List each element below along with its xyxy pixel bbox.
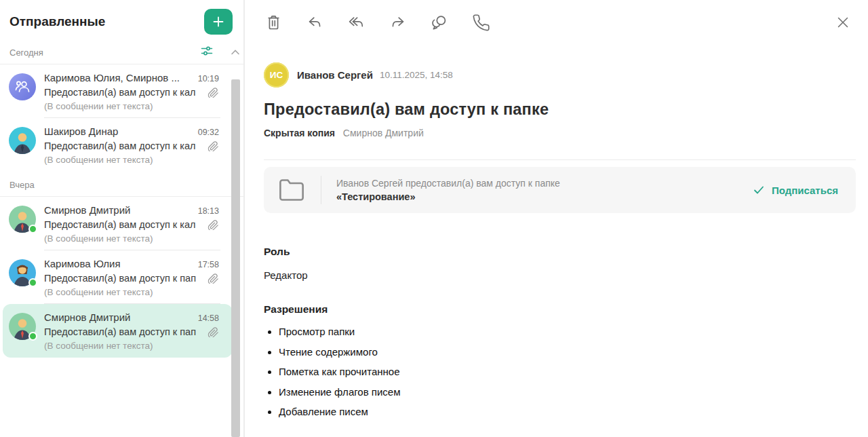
permission-item: Чтение содержимого <box>279 346 856 358</box>
delete-button[interactable] <box>264 13 283 32</box>
call-button[interactable] <box>472 13 490 32</box>
email-list: Каримова Юлия, Смирнов ... 10:19 Предост… <box>0 64 243 358</box>
attachment-icon <box>208 327 219 337</box>
sender-names: Каримова Юлия, Смирнов ... <box>44 72 193 83</box>
no-text-note: (В сообщении нет текста) <box>44 287 219 297</box>
sender-initials-avatar: ИС <box>264 62 289 88</box>
online-status-dot <box>28 278 37 287</box>
email-list-item[interactable]: Шакиров Динар 09:32 Предоставил(а) вам д… <box>3 118 233 172</box>
email-subject-snippet: Предоставил(а) вам доступ к пап <box>44 326 219 337</box>
sidebar-header: Отправленные <box>0 0 243 39</box>
section-header-today: Сегодня <box>0 39 243 64</box>
message-subject: Предоставил(а) вам доступ к папке <box>264 100 856 119</box>
email-time: 18:13 <box>198 206 219 216</box>
no-text-note: (В сообщении нет текста) <box>44 155 219 165</box>
check-icon <box>753 184 765 196</box>
notice-divider <box>321 176 321 204</box>
permission-item: Просмотр папки <box>279 326 856 337</box>
mail-app: Отправленные Сегодня <box>0 0 868 437</box>
email-list-item[interactable]: Каримова Юлия 17:58 Предоставил(а) вам д… <box>3 250 233 304</box>
reply-all-button[interactable] <box>347 13 366 32</box>
message-header: ИС Иванов Сергей 10.11.2025, 14:58 <box>264 62 856 88</box>
permission-item: Пометка как прочитанное <box>279 366 856 377</box>
no-text-note: (В сообщении нет текста) <box>44 101 219 111</box>
filter-sliders-icon <box>200 44 214 58</box>
role-value: Редактор <box>264 269 856 281</box>
subscribe-label: Подписаться <box>772 185 838 196</box>
sender-names: Смирнов Дмитрий <box>44 204 193 216</box>
avatar <box>9 259 36 286</box>
email-time: 10:19 <box>198 74 219 83</box>
no-text-note: (В сообщении нет текста) <box>44 341 219 351</box>
folder-title: Отправленные <box>9 9 105 29</box>
email-summary: Смирнов Дмитрий 14:58 Предоставил(а) вам… <box>44 311 219 351</box>
close-icon <box>835 15 850 30</box>
section-label-yesterday: Вчера <box>0 172 243 197</box>
chat-button[interactable] <box>430 13 449 32</box>
scrollbar-up-button[interactable] <box>231 49 240 56</box>
email-time: 17:58 <box>198 260 219 269</box>
forward-button[interactable] <box>389 13 407 32</box>
attachment-icon <box>208 88 219 98</box>
folder-icon <box>277 176 306 204</box>
plus-icon <box>212 15 225 28</box>
email-time: 14:58 <box>198 314 219 323</box>
email-toolbar <box>264 0 856 37</box>
email-summary: Смирнов Дмитрий 18:13 Предоставил(а) вам… <box>44 204 219 244</box>
list-scrollbar-thumb[interactable] <box>231 79 240 437</box>
section-label: Сегодня <box>9 48 43 58</box>
bcc-recipient[interactable]: Смирнов Дмитрий <box>343 128 424 138</box>
close-email-button[interactable] <box>835 15 850 30</box>
reply-all-icon <box>347 14 366 32</box>
sidebar-sent-folder: Отправленные Сегодня <box>0 0 245 437</box>
permissions-list: Просмотр папки Чтение содержимого Пометк… <box>279 326 856 417</box>
header-divider <box>264 159 856 160</box>
email-time: 09:32 <box>198 128 219 137</box>
notice-line1: Иванов Сергей предоставил(а) вам доступ … <box>336 178 560 189</box>
compose-button[interactable] <box>204 9 233 35</box>
subscribe-button[interactable]: Подписаться <box>753 184 838 196</box>
person-avatar-icon <box>9 127 36 154</box>
message-datetime: 10.11.2025, 14:58 <box>380 70 453 80</box>
email-list-item[interactable]: Смирнов Дмитрий 18:13 Предоставил(а) вам… <box>3 197 233 250</box>
attachment-icon <box>208 273 219 284</box>
sender-names: Каримова Юлия <box>44 258 193 269</box>
chevron-up-icon <box>231 49 240 56</box>
role-heading: Роль <box>264 246 856 258</box>
group-avatar-icon <box>9 73 36 100</box>
notice-text: Иванов Сергей предоставил(а) вам доступ … <box>336 178 560 202</box>
email-summary: Шакиров Динар 09:32 Предоставил(а) вам д… <box>44 126 219 165</box>
folder-share-notice: Иванов Сергей предоставил(а) вам доступ … <box>264 167 856 213</box>
avatar <box>9 73 36 100</box>
permission-item: Добавление писем <box>279 406 856 417</box>
sender-names: Шакиров Динар <box>44 126 193 137</box>
attachment-icon <box>208 141 219 151</box>
sender-name[interactable]: Иванов Сергей <box>297 69 373 81</box>
avatar <box>9 127 36 154</box>
email-list-item[interactable]: Каримова Юлия, Смирнов ... 10:19 Предост… <box>3 64 233 118</box>
trash-icon <box>264 14 283 32</box>
attachment-icon <box>208 220 219 230</box>
avatar <box>9 206 36 233</box>
reply-icon <box>306 14 324 32</box>
sender-names: Смирнов Дмитрий <box>44 311 193 323</box>
phone-icon <box>472 14 490 32</box>
email-view: ИС Иванов Сергей 10.11.2025, 14:58 Предо… <box>245 0 868 437</box>
email-subject-snippet: Предоставил(а) вам доступ к кал <box>44 219 219 230</box>
no-text-note: (В сообщении нет текста) <box>44 233 219 244</box>
online-status-dot <box>28 332 37 341</box>
bcc-label: Скрытая копия <box>264 128 335 138</box>
email-list-item-selected[interactable]: Смирнов Дмитрий 14:58 Предоставил(а) вам… <box>3 304 233 358</box>
email-summary: Каримова Юлия, Смирнов ... 10:19 Предост… <box>44 72 219 111</box>
notice-folder-name: «Тестирование» <box>336 191 560 202</box>
chat-icon <box>430 13 449 32</box>
forward-icon <box>389 14 407 32</box>
bcc-row: Скрытая копия Смирнов Дмитрий <box>264 128 856 138</box>
avatar <box>9 313 36 340</box>
email-subject-snippet: Предоставил(а) вам доступ к кал <box>44 140 219 151</box>
email-subject-snippet: Предоставил(а) вам доступ к кал <box>44 87 219 98</box>
email-subject-snippet: Предоставил(а) вам доступ к пап <box>44 273 219 284</box>
filter-button[interactable] <box>200 44 214 58</box>
email-summary: Каримова Юлия 17:58 Предоставил(а) вам д… <box>44 258 219 297</box>
reply-button[interactable] <box>306 13 324 32</box>
